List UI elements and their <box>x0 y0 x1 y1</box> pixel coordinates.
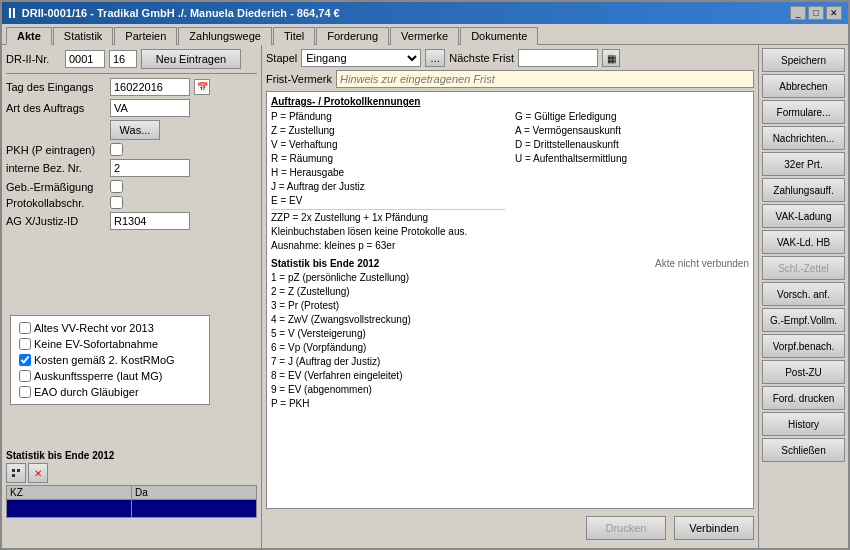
interne-row: interne Bez. Nr. <box>6 159 257 177</box>
ag-label: AG X/Justiz-ID <box>6 215 106 227</box>
altes-vv-label[interactable]: Altes VV-Recht vor 2013 <box>19 322 201 334</box>
statistik-bottom-title: Statistik bis Ende 2012 <box>6 450 257 461</box>
table-row[interactable] <box>7 500 257 518</box>
minimize-button[interactable]: _ <box>790 6 806 20</box>
dr-label: DR-II-Nr. <box>6 53 61 65</box>
u-aufenthalt: U = Aufenthaltsermittlung <box>515 152 749 166</box>
ausnahme-info: Ausnahme: kleines p = 63er <box>271 239 505 253</box>
ag-row: AG X/Justiz-ID <box>6 212 257 230</box>
keine-ev-label[interactable]: Keine EV-Sofortabnahme <box>19 338 201 350</box>
frist-vermerk-row: Frist-Vermerk <box>266 70 754 88</box>
stat-delete-button[interactable]: ✕ <box>28 463 48 483</box>
auskunft-label[interactable]: Auskunftssperre (laut MG) <box>19 370 201 382</box>
ford-drucken-button[interactable]: Ford. drucken <box>762 386 845 410</box>
g-empf-vollm-button[interactable]: G.-Empf.Vollm. <box>762 308 845 332</box>
v-verhaftung: V = Verhaftung <box>271 138 505 152</box>
kz-header: KZ <box>7 486 132 500</box>
art-row: Art des Auftrags <box>6 99 257 117</box>
tab-parteien[interactable]: Parteien <box>114 27 177 45</box>
stat-add-button[interactable] <box>6 463 26 483</box>
kleinbuchstaben-info: Kleinbuchstaben lösen keine Protokolle a… <box>271 225 505 239</box>
window-icon: II <box>8 5 16 21</box>
statistik-right-section: Statistik bis Ende 2012 Akte nicht verbu… <box>271 258 749 411</box>
keine-ev-checkbox[interactable] <box>19 338 31 350</box>
ag-input[interactable] <box>110 212 190 230</box>
tab-akte[interactable]: Akte <box>6 27 52 45</box>
was-button[interactable]: Was... <box>110 120 160 140</box>
g-erledigung: G = Gültige Erledigung <box>515 110 749 124</box>
stapel-label: Stapel <box>266 52 297 64</box>
eao-checkbox[interactable] <box>19 386 31 398</box>
stat-8: 8 = EV (Verfahren eingeleitet) <box>271 369 749 383</box>
neu-eintragen-button[interactable]: Neu Eintragen <box>141 49 241 69</box>
stat-p: P = PKH <box>271 397 749 411</box>
z-zustellung: Z = Zustellung <box>271 124 505 138</box>
pkh-row: PKH (P eintragen) <box>6 143 257 156</box>
art-input[interactable] <box>110 99 190 117</box>
vorsch-anf-button[interactable]: Vorsch. anf. <box>762 282 845 306</box>
abbrechen-button[interactable]: Abbrechen <box>762 74 845 98</box>
tab-forderung[interactable]: Forderung <box>316 27 389 45</box>
post-zu-button[interactable]: Post-ZU <box>762 360 845 384</box>
schliessen-button[interactable]: Schließen <box>762 438 845 462</box>
stapel-select[interactable]: Eingang <box>301 49 421 67</box>
schl-zettel-button[interactable]: Schl.-Zettel <box>762 256 845 280</box>
naechste-frist-input[interactable] <box>518 49 598 67</box>
auftrags-section: Auftrags- / Protokollkennungen P = Pfänd… <box>266 91 754 509</box>
frist-calendar-icon[interactable]: ▦ <box>602 49 620 67</box>
eao-label[interactable]: EAO durch Gläubiger <box>19 386 201 398</box>
protokoll-label: Protokollabschr. <box>6 197 106 209</box>
akte-nicht-verbunden: Akte nicht verbunden <box>655 258 749 269</box>
tab-dokumente[interactable]: Dokumente <box>460 27 538 45</box>
kz-table: KZ Da <box>6 485 257 518</box>
interne-label: interne Bez. Nr. <box>6 162 106 174</box>
protokoll-checkbox[interactable] <box>110 196 123 209</box>
main-window: II DRII-0001/16 - Tradikal GmbH ./. Manu… <box>0 0 850 550</box>
stat-1: 1 = pZ (persönliche Zustellung) <box>271 271 749 285</box>
dr-input-2[interactable] <box>109 50 137 68</box>
altes-vv-checkbox[interactable] <box>19 322 31 334</box>
a-vermoegens: A = Vermögensauskunft <box>515 124 749 138</box>
verbinden-button[interactable]: Verbinden <box>674 516 754 540</box>
pkh-checkbox[interactable] <box>110 143 123 156</box>
vak-ladung-button[interactable]: VAK-Ladung <box>762 204 845 228</box>
drucken-button[interactable]: Drucken <box>586 516 666 540</box>
formulare-button[interactable]: Formulare... <box>762 100 845 124</box>
kosten-checkbox[interactable] <box>19 354 31 366</box>
r-raeumung: R = Räumung <box>271 152 505 166</box>
geb-checkbox[interactable] <box>110 180 123 193</box>
interne-input[interactable] <box>110 159 190 177</box>
tab-vermerke[interactable]: Vermerke <box>390 27 459 45</box>
history-button[interactable]: History <box>762 412 845 436</box>
frist-vermerk-input[interactable] <box>336 70 754 88</box>
tab-titel[interactable]: Titel <box>273 27 315 45</box>
vak-ld-hb-button[interactable]: VAK-Ld. HB <box>762 230 845 254</box>
stat-9: 9 = EV (abgenommen) <box>271 383 749 397</box>
speichern-button[interactable]: Speichern <box>762 48 845 72</box>
maximize-button[interactable]: □ <box>808 6 824 20</box>
content-area: DR-II-Nr. Neu Eintragen Tag des Eingangs… <box>2 45 848 548</box>
tag-input[interactable] <box>110 78 190 96</box>
kosten-label[interactable]: Kosten gemäß 2. KostRMoG <box>19 354 201 366</box>
left-panel: DR-II-Nr. Neu Eintragen Tag des Eingangs… <box>2 45 262 548</box>
nachrichten-button[interactable]: Nachrichten... <box>762 126 845 150</box>
tab-zahlungswege[interactable]: Zahlungswege <box>178 27 272 45</box>
calendar-icon[interactable]: 📅 <box>194 79 210 95</box>
statistik-content: 1 = pZ (persönliche Zustellung) 2 = Z (Z… <box>271 271 749 411</box>
svg-rect-0 <box>12 469 15 472</box>
dr-input-1[interactable] <box>65 50 105 68</box>
zahlungsauff-button[interactable]: Zahlungsauff. <box>762 178 845 202</box>
32er-prt-button[interactable]: 32er Prt. <box>762 152 845 176</box>
vorpf-benach-button[interactable]: Vorpf.benach. <box>762 334 845 358</box>
auftrags-right-col: G = Gültige Erledigung A = Vermögensausk… <box>515 110 749 253</box>
e-ev: E = EV <box>271 194 505 208</box>
auftrags-title: Auftrags- / Protokollkennungen <box>271 96 749 107</box>
dr-row: DR-II-Nr. Neu Eintragen <box>6 49 257 69</box>
statistik-header: Statistik bis Ende 2012 Akte nicht verbu… <box>271 258 749 269</box>
close-window-button[interactable]: ✕ <box>826 6 842 20</box>
title-bar-controls: _ □ ✕ <box>790 6 842 20</box>
auskunft-checkbox[interactable] <box>19 370 31 382</box>
stapel-ellipsis-button[interactable]: ... <box>425 49 445 67</box>
right-panel: Speichern Abbrechen Formulare... Nachric… <box>758 45 848 548</box>
tab-statistik[interactable]: Statistik <box>53 27 114 45</box>
